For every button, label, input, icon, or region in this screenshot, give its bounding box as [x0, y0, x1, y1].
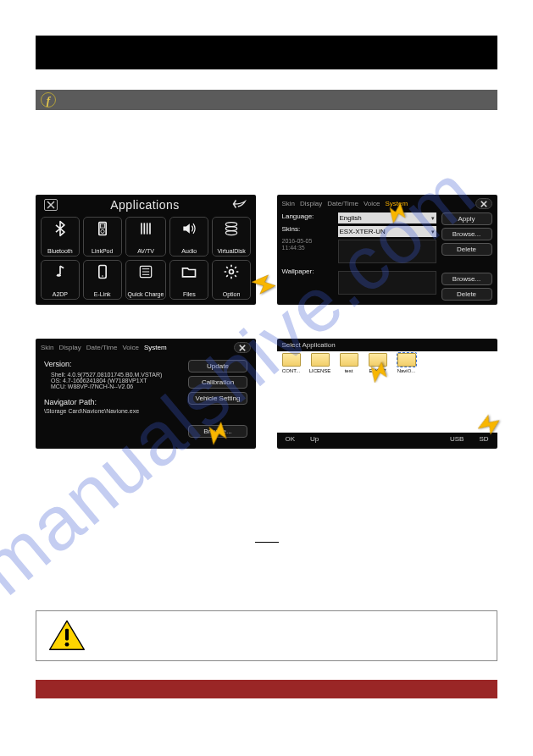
svg-point-7	[225, 223, 236, 227]
tab-display[interactable]: Display	[59, 344, 81, 351]
tabs-row: Skin Display Date/Time Voice System	[277, 195, 497, 211]
svg-rect-6	[149, 223, 151, 234]
files-icon	[180, 263, 197, 283]
version-label: Version:	[44, 360, 180, 368]
tab-voice[interactable]: Voice	[122, 344, 139, 351]
up-button[interactable]: Up	[310, 435, 319, 443]
app-virtualdisk[interactable]: VirtualDisk	[212, 217, 251, 257]
audio-icon	[180, 220, 197, 240]
a2dp-icon	[52, 263, 69, 283]
close-icon[interactable]	[44, 199, 58, 211]
navigator-path-value: \Storage Card\Navione\Navione.exe	[44, 408, 180, 414]
arrow-pointer-icon	[386, 201, 408, 226]
svg-point-14	[230, 270, 234, 274]
chevron-down-icon: ▾	[431, 229, 435, 235]
usb-button[interactable]: USB	[450, 435, 464, 443]
folder-test[interactable]: test	[336, 353, 362, 431]
screenshot-skin-settings: Skin Display Date/Time Voice System Lang…	[277, 195, 498, 305]
calibration-button[interactable]: Calibration	[188, 376, 247, 389]
skins-label: Skins:	[282, 225, 333, 233]
timestamp: 2016-05-05 11:44:35	[282, 238, 333, 251]
app-a2dp[interactable]: A2DP	[41, 260, 80, 300]
arrow-pointer-icon	[252, 274, 275, 295]
tabs-row: Skin Display Date/Time Voice System	[36, 339, 256, 355]
svg-rect-4	[143, 223, 145, 234]
app-quickcharge[interactable]: Quick Charge	[125, 260, 167, 300]
version-mcu: MCU: W88VP-I7NCH-N--V2.06	[51, 384, 180, 389]
wallpaper-preview-thumb	[338, 271, 436, 295]
apps-screen-title: Applications	[110, 198, 180, 212]
update-button[interactable]: Update	[188, 360, 247, 372]
tab-datetime[interactable]: Date/Time	[327, 200, 358, 207]
tab-display[interactable]: Display	[300, 200, 322, 207]
folder-license[interactable]: LICENSE	[308, 353, 333, 431]
skin-preview-thumb	[338, 240, 436, 263]
svg-rect-1	[100, 223, 104, 228]
close-icon[interactable]	[475, 198, 492, 209]
folder-navione[interactable]: NaviO...	[394, 353, 419, 431]
apply-button[interactable]: Apply	[441, 212, 492, 225]
avtv-icon	[137, 220, 154, 240]
chevron-down-icon: ▾	[431, 215, 435, 222]
vehicle-setting-button[interactable]: Vehicle Setting	[188, 392, 247, 405]
file-browser-title: Select Application	[282, 341, 336, 349]
svg-point-10	[57, 274, 61, 277]
svg-point-12	[102, 275, 103, 277]
skins-dropdown[interactable]: ESX-XTER-UN ▾	[338, 226, 436, 237]
tab-voice[interactable]: Voice	[364, 200, 380, 207]
page-number-rule	[36, 542, 497, 543]
screenshot-applications: Applications Bluetooth	[36, 195, 257, 305]
virtualdisk-icon	[223, 220, 240, 240]
gear-icon	[223, 263, 240, 283]
tab-skin[interactable]: Skin	[41, 344, 54, 351]
ok-button[interactable]: OK	[286, 435, 296, 443]
folder-icon	[397, 353, 416, 367]
svg-point-9	[225, 231, 236, 235]
app-avtv[interactable]: AV/TV	[125, 217, 167, 257]
svg-rect-5	[147, 223, 148, 234]
browse-wallpaper-button[interactable]: Browse...	[441, 273, 492, 285]
file-browser-bottom-bar: OK Up USB SD	[277, 433, 497, 445]
header-black-bar	[36, 36, 497, 69]
app-files[interactable]: Files	[169, 260, 208, 300]
close-icon[interactable]	[234, 342, 251, 353]
screenshot-file-browser: Select Application CONT... LICENSE	[277, 339, 498, 449]
delete-skin-button[interactable]: Delete	[441, 243, 492, 256]
info-circle-icon: f	[41, 92, 56, 108]
tab-skin[interactable]: Skin	[282, 200, 296, 207]
folder-icon	[340, 353, 358, 367]
navigator-path-label: Navigator Path:	[44, 398, 180, 406]
footer-red-bar	[36, 680, 497, 698]
warning-triangle-icon	[48, 620, 86, 652]
app-elink[interactable]: E-Link	[83, 260, 122, 300]
folder-cont[interactable]: CONT...	[279, 353, 304, 431]
app-linkpod[interactable]: LinkPod	[83, 217, 122, 257]
quickcharge-icon	[137, 263, 154, 282]
apps-grid: Bluetooth LinkPod AV/TV	[36, 215, 256, 305]
arrow-pointer-icon	[368, 361, 390, 385]
browse-skin-button[interactable]: Browse...	[441, 228, 492, 240]
screenshot-system-info: Skin Display Date/Time Voice System Vers…	[36, 339, 257, 449]
svg-point-8	[225, 227, 236, 231]
back-icon[interactable]	[232, 198, 247, 212]
folder-icon	[282, 353, 301, 367]
folder-icon	[311, 353, 330, 367]
svg-point-16	[65, 643, 69, 647]
arrow-pointer-icon	[205, 420, 229, 447]
elink-icon	[94, 263, 111, 283]
bluetooth-icon	[52, 220, 69, 240]
tab-system[interactable]: System	[144, 344, 167, 351]
app-audio[interactable]: Audio	[169, 217, 208, 257]
app-option[interactable]: Option	[212, 260, 251, 300]
svg-point-2	[101, 229, 104, 233]
wallpaper-label: Wallpaper:	[282, 268, 333, 275]
version-shell: Shell: 4.0.9(7527.08101745.B0.M.VSTAR)	[51, 372, 180, 378]
info-grey-bar: f	[36, 90, 497, 110]
delete-wallpaper-button[interactable]: Delete	[441, 288, 492, 301]
language-label: Language:	[282, 212, 333, 220]
warning-box	[36, 610, 497, 661]
svg-rect-15	[65, 629, 69, 641]
app-bluetooth[interactable]: Bluetooth	[41, 217, 80, 257]
tab-datetime[interactable]: Date/Time	[86, 344, 118, 351]
svg-rect-3	[141, 223, 142, 234]
